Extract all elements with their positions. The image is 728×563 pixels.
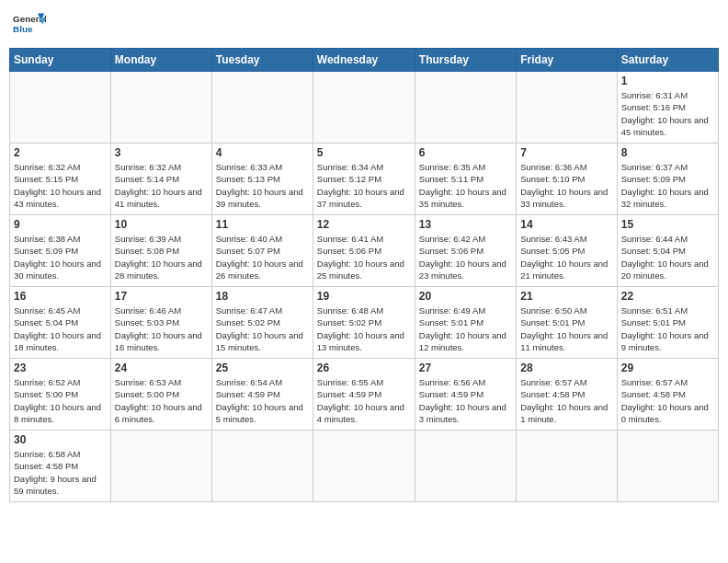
day-info: Sunrise: 6:44 AM Sunset: 5:04 PM Dayligh… <box>621 233 714 282</box>
calendar-cell <box>10 72 111 144</box>
day-info: Sunrise: 6:45 AM Sunset: 5:04 PM Dayligh… <box>14 304 107 353</box>
day-info: Sunrise: 6:50 AM Sunset: 5:01 PM Dayligh… <box>520 304 612 353</box>
calendar-cell: 9Sunrise: 6:38 AM Sunset: 5:09 PM Daylig… <box>10 215 111 287</box>
day-number: 14 <box>520 218 612 231</box>
day-number: 19 <box>317 290 411 303</box>
day-info: Sunrise: 6:32 AM Sunset: 5:14 PM Dayligh… <box>115 161 208 210</box>
day-info: Sunrise: 6:48 AM Sunset: 5:02 PM Dayligh… <box>317 304 411 353</box>
day-info: Sunrise: 6:51 AM Sunset: 5:01 PM Dayligh… <box>621 304 714 353</box>
day-info: Sunrise: 6:56 AM Sunset: 4:59 PM Dayligh… <box>419 376 512 425</box>
day-number: 7 <box>520 146 612 159</box>
calendar-cell: 25Sunrise: 6:54 AM Sunset: 4:59 PM Dayli… <box>211 359 313 431</box>
column-header-wednesday: Wednesday <box>313 49 415 72</box>
day-number: 27 <box>419 362 512 374</box>
day-info: Sunrise: 6:41 AM Sunset: 5:06 PM Dayligh… <box>317 233 411 282</box>
day-info: Sunrise: 6:36 AM Sunset: 5:10 PM Dayligh… <box>520 161 612 210</box>
day-info: Sunrise: 6:40 AM Sunset: 5:07 PM Dayligh… <box>216 233 309 282</box>
calendar-week-row: 2Sunrise: 6:32 AM Sunset: 5:15 PM Daylig… <box>10 144 719 215</box>
calendar-cell: 17Sunrise: 6:46 AM Sunset: 5:03 PM Dayli… <box>110 287 211 359</box>
column-header-monday: Monday <box>110 49 211 72</box>
day-number: 15 <box>621 218 714 231</box>
calendar-cell: 19Sunrise: 6:48 AM Sunset: 5:02 PM Dayli… <box>313 287 415 359</box>
day-number: 6 <box>419 146 512 159</box>
day-info: Sunrise: 6:52 AM Sunset: 5:00 PM Dayligh… <box>14 376 107 425</box>
calendar-cell: 29Sunrise: 6:57 AM Sunset: 4:58 PM Dayli… <box>617 359 718 431</box>
day-info: Sunrise: 6:55 AM Sunset: 4:59 PM Dayligh… <box>317 376 411 425</box>
day-number: 23 <box>14 362 107 374</box>
day-number: 2 <box>14 146 107 159</box>
calendar-cell: 20Sunrise: 6:49 AM Sunset: 5:01 PM Dayli… <box>415 287 516 359</box>
calendar-cell: 16Sunrise: 6:45 AM Sunset: 5:04 PM Dayli… <box>10 287 111 359</box>
day-number: 11 <box>216 218 309 231</box>
svg-text:Blue: Blue <box>13 24 33 34</box>
calendar-cell: 12Sunrise: 6:41 AM Sunset: 5:06 PM Dayli… <box>313 215 415 287</box>
day-number: 8 <box>621 146 714 159</box>
day-number: 21 <box>520 290 612 303</box>
calendar-header-row: SundayMondayTuesdayWednesdayThursdayFrid… <box>10 49 719 72</box>
day-info: Sunrise: 6:53 AM Sunset: 5:00 PM Dayligh… <box>115 376 208 425</box>
calendar-week-row: 23Sunrise: 6:52 AM Sunset: 5:00 PM Dayli… <box>10 359 719 431</box>
calendar-week-row: 1Sunrise: 6:31 AM Sunset: 5:16 PM Daylig… <box>10 72 719 144</box>
day-info: Sunrise: 6:34 AM Sunset: 5:12 PM Dayligh… <box>317 161 411 210</box>
day-info: Sunrise: 6:47 AM Sunset: 5:02 PM Dayligh… <box>216 304 309 353</box>
column-header-sunday: Sunday <box>10 49 111 72</box>
calendar-cell <box>313 431 415 502</box>
day-info: Sunrise: 6:54 AM Sunset: 4:59 PM Dayligh… <box>216 376 309 425</box>
calendar-week-row: 30Sunrise: 6:58 AM Sunset: 4:58 PM Dayli… <box>10 431 719 502</box>
day-number: 17 <box>115 290 208 303</box>
calendar-cell <box>415 72 516 144</box>
calendar-cell: 7Sunrise: 6:36 AM Sunset: 5:10 PM Daylig… <box>517 144 617 215</box>
calendar-week-row: 16Sunrise: 6:45 AM Sunset: 5:04 PM Dayli… <box>10 287 719 359</box>
day-number: 3 <box>115 146 208 159</box>
day-info: Sunrise: 6:57 AM Sunset: 4:58 PM Dayligh… <box>520 376 612 425</box>
calendar-cell: 30Sunrise: 6:58 AM Sunset: 4:58 PM Dayli… <box>10 431 111 502</box>
calendar-cell: 14Sunrise: 6:43 AM Sunset: 5:05 PM Dayli… <box>517 215 617 287</box>
calendar-cell: 8Sunrise: 6:37 AM Sunset: 5:09 PM Daylig… <box>617 144 718 215</box>
calendar-cell: 27Sunrise: 6:56 AM Sunset: 4:59 PM Dayli… <box>415 359 516 431</box>
calendar-cell <box>517 72 617 144</box>
calendar-cell <box>110 72 211 144</box>
day-number: 26 <box>317 362 411 374</box>
calendar-cell <box>313 72 415 144</box>
calendar-week-row: 9Sunrise: 6:38 AM Sunset: 5:09 PM Daylig… <box>10 215 719 287</box>
day-number: 12 <box>317 218 411 231</box>
column-header-saturday: Saturday <box>617 49 718 72</box>
calendar-cell: 23Sunrise: 6:52 AM Sunset: 5:00 PM Dayli… <box>10 359 111 431</box>
day-info: Sunrise: 6:32 AM Sunset: 5:15 PM Dayligh… <box>14 161 107 210</box>
day-number: 18 <box>216 290 309 303</box>
calendar-table: SundayMondayTuesdayWednesdayThursdayFrid… <box>9 48 719 502</box>
day-number: 5 <box>317 146 411 159</box>
page-header: General Blue <box>9 9 719 42</box>
calendar-cell <box>110 431 211 502</box>
calendar-cell: 28Sunrise: 6:57 AM Sunset: 4:58 PM Dayli… <box>517 359 617 431</box>
day-number: 10 <box>115 218 208 231</box>
calendar-cell: 2Sunrise: 6:32 AM Sunset: 5:15 PM Daylig… <box>10 144 111 215</box>
day-number: 20 <box>419 290 512 303</box>
calendar-cell: 6Sunrise: 6:35 AM Sunset: 5:11 PM Daylig… <box>415 144 516 215</box>
day-info: Sunrise: 6:49 AM Sunset: 5:01 PM Dayligh… <box>419 304 512 353</box>
day-info: Sunrise: 6:31 AM Sunset: 5:16 PM Dayligh… <box>621 89 714 138</box>
calendar-cell: 22Sunrise: 6:51 AM Sunset: 5:01 PM Dayli… <box>617 287 718 359</box>
column-header-friday: Friday <box>517 49 617 72</box>
calendar-cell: 4Sunrise: 6:33 AM Sunset: 5:13 PM Daylig… <box>211 144 313 215</box>
day-number: 25 <box>216 362 309 374</box>
day-info: Sunrise: 6:58 AM Sunset: 4:58 PM Dayligh… <box>14 448 107 497</box>
day-info: Sunrise: 6:35 AM Sunset: 5:11 PM Dayligh… <box>419 161 512 210</box>
calendar-cell: 11Sunrise: 6:40 AM Sunset: 5:07 PM Dayli… <box>211 215 313 287</box>
calendar-cell: 26Sunrise: 6:55 AM Sunset: 4:59 PM Dayli… <box>313 359 415 431</box>
calendar-cell <box>517 431 617 502</box>
calendar-cell: 15Sunrise: 6:44 AM Sunset: 5:04 PM Dayli… <box>617 215 718 287</box>
calendar-cell: 21Sunrise: 6:50 AM Sunset: 5:01 PM Dayli… <box>517 287 617 359</box>
day-info: Sunrise: 6:42 AM Sunset: 5:06 PM Dayligh… <box>419 233 512 282</box>
day-number: 28 <box>520 362 612 374</box>
day-info: Sunrise: 6:46 AM Sunset: 5:03 PM Dayligh… <box>115 304 208 353</box>
day-number: 24 <box>115 362 208 374</box>
day-number: 29 <box>621 362 714 374</box>
calendar-cell <box>211 431 313 502</box>
column-header-tuesday: Tuesday <box>211 49 313 72</box>
day-info: Sunrise: 6:43 AM Sunset: 5:05 PM Dayligh… <box>520 233 612 282</box>
calendar-cell: 13Sunrise: 6:42 AM Sunset: 5:06 PM Dayli… <box>415 215 516 287</box>
day-number: 22 <box>621 290 714 303</box>
day-number: 1 <box>621 75 714 87</box>
calendar-cell: 1Sunrise: 6:31 AM Sunset: 5:16 PM Daylig… <box>617 72 718 144</box>
